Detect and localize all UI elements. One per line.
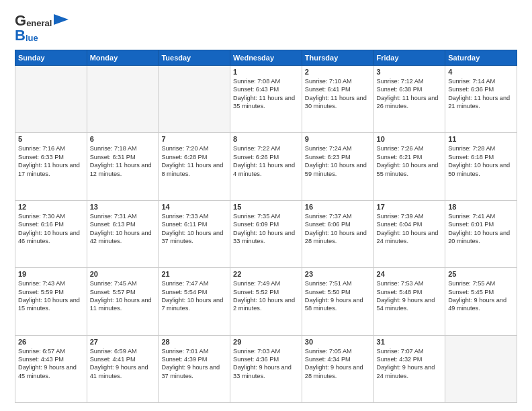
sunrise-label: Sunrise: 7:45 AM [90, 279, 156, 287]
sunrise-label: Sunrise: 7:14 AM [448, 77, 514, 85]
calendar-cell-20: 20Sunrise: 7:45 AMSunset: 5:57 PMDayligh… [87, 268, 159, 335]
header: G eneral B lue [15, 12, 517, 44]
sunset-label: Sunset: 6:33 PM [18, 153, 84, 161]
sunset-label: Sunset: 6:04 PM [377, 220, 443, 228]
sunset-label: Sunset: 5:52 PM [233, 288, 299, 296]
sunset-label: Sunset: 6:38 PM [377, 85, 443, 93]
daylight-label: Daylight: 10 hours and 46 minutes. [18, 229, 84, 246]
calendar-cell-26: 26Sunrise: 6:57 AMSunset: 4:43 PMDayligh… [15, 335, 87, 402]
calendar-cell-empty [15, 66, 87, 133]
day-number: 16 [305, 203, 371, 211]
day-header-sunday: Sunday [15, 50, 87, 66]
daylight-label: Daylight: 9 hours and 37 minutes. [161, 363, 227, 380]
calendar-cell-10: 10Sunrise: 7:26 AMSunset: 6:21 PMDayligh… [373, 133, 445, 200]
daylight-label: Daylight: 10 hours and 2 minutes. [233, 296, 299, 313]
sunset-label: Sunset: 4:43 PM [18, 355, 84, 363]
day-number: 3 [377, 68, 443, 76]
calendar-week-3: 12Sunrise: 7:30 AMSunset: 6:16 PMDayligh… [15, 200, 517, 267]
calendar-cell-29: 29Sunrise: 7:03 AMSunset: 4:36 PMDayligh… [230, 335, 302, 402]
sunrise-label: Sunrise: 7:41 AM [448, 212, 514, 220]
calendar-cell-5: 5Sunrise: 7:16 AMSunset: 6:33 PMDaylight… [15, 133, 87, 200]
calendar-cell-11: 11Sunrise: 7:28 AMSunset: 6:18 PMDayligh… [445, 133, 517, 200]
calendar-header-row: SundayMondayTuesdayWednesdayThursdayFrid… [15, 50, 517, 66]
sunrise-label: Sunrise: 7:16 AM [18, 144, 84, 152]
sunset-label: Sunset: 6:21 PM [377, 153, 443, 161]
calendar-cell-6: 6Sunrise: 7:18 AMSunset: 6:31 PMDaylight… [87, 133, 159, 200]
calendar-cell-14: 14Sunrise: 7:33 AMSunset: 6:11 PMDayligh… [159, 200, 230, 267]
logo: G eneral B lue [15, 12, 69, 44]
day-number: 2 [305, 68, 371, 76]
calendar-cell-24: 24Sunrise: 7:53 AMSunset: 5:48 PMDayligh… [373, 268, 445, 335]
daylight-label: Daylight: 11 hours and 35 minutes. [233, 94, 299, 111]
calendar-cell-25: 25Sunrise: 7:55 AMSunset: 5:45 PMDayligh… [445, 268, 517, 335]
daylight-label: Daylight: 10 hours and 50 minutes. [448, 161, 514, 178]
day-number: 11 [448, 135, 514, 143]
calendar-cell-28: 28Sunrise: 7:01 AMSunset: 4:39 PMDayligh… [159, 335, 230, 402]
daylight-label: Daylight: 9 hours and 45 minutes. [18, 363, 84, 380]
sunrise-label: Sunrise: 7:05 AM [305, 347, 371, 355]
sunrise-label: Sunrise: 7:35 AM [233, 212, 299, 220]
day-number: 24 [377, 270, 443, 278]
daylight-label: Daylight: 11 hours and 4 minutes. [233, 161, 299, 178]
day-number: 17 [377, 203, 443, 211]
daylight-label: Daylight: 10 hours and 20 minutes. [448, 229, 514, 246]
sunrise-label: Sunrise: 6:57 AM [18, 347, 84, 355]
calendar-cell-12: 12Sunrise: 7:30 AMSunset: 6:16 PMDayligh… [15, 200, 87, 267]
day-number: 8 [233, 135, 299, 143]
day-number: 5 [18, 135, 84, 143]
day-header-saturday: Saturday [445, 50, 517, 66]
sunrise-label: Sunrise: 7:49 AM [233, 279, 299, 287]
day-number: 13 [90, 203, 156, 211]
day-header-monday: Monday [87, 50, 159, 66]
day-number: 22 [233, 270, 299, 278]
day-number: 21 [161, 270, 227, 278]
daylight-label: Daylight: 10 hours and 15 minutes. [18, 296, 84, 313]
calendar-cell-9: 9Sunrise: 7:24 AMSunset: 6:23 PMDaylight… [302, 133, 373, 200]
sunrise-label: Sunrise: 7:22 AM [233, 144, 299, 152]
sunrise-label: Sunrise: 7:30 AM [18, 212, 84, 220]
calendar-cell-18: 18Sunrise: 7:41 AMSunset: 6:01 PMDayligh… [445, 200, 517, 267]
sunset-label: Sunset: 6:06 PM [305, 220, 371, 228]
daylight-label: Daylight: 11 hours and 17 minutes. [18, 161, 84, 178]
sunset-label: Sunset: 5:54 PM [161, 288, 227, 296]
calendar-cell-30: 30Sunrise: 7:05 AMSunset: 4:34 PMDayligh… [302, 335, 373, 402]
day-number: 4 [448, 68, 514, 76]
sunset-label: Sunset: 5:57 PM [90, 288, 156, 296]
daylight-label: Daylight: 10 hours and 37 minutes. [161, 229, 227, 246]
page: G eneral B lue SundayMondayTuesdayWe [0, 0, 532, 411]
daylight-label: Daylight: 10 hours and 33 minutes. [233, 229, 299, 246]
sunset-label: Sunset: 5:50 PM [305, 288, 371, 296]
sunset-label: Sunset: 6:23 PM [305, 153, 371, 161]
day-number: 30 [305, 338, 371, 346]
calendar-cell-1: 1Sunrise: 7:08 AMSunset: 6:43 PMDaylight… [230, 66, 302, 133]
daylight-label: Daylight: 10 hours and 7 minutes. [161, 296, 227, 313]
day-header-wednesday: Wednesday [230, 50, 302, 66]
sunrise-label: Sunrise: 7:43 AM [18, 279, 84, 287]
daylight-label: Daylight: 10 hours and 55 minutes. [377, 161, 443, 178]
sunrise-label: Sunrise: 7:01 AM [161, 347, 227, 355]
daylight-label: Daylight: 9 hours and 24 minutes. [377, 363, 443, 380]
calendar-cell-4: 4Sunrise: 7:14 AMSunset: 6:36 PMDaylight… [445, 66, 517, 133]
day-number: 9 [305, 135, 371, 143]
daylight-label: Daylight: 11 hours and 21 minutes. [448, 94, 514, 111]
day-number: 7 [161, 135, 227, 143]
day-number: 26 [18, 338, 84, 346]
sunrise-label: Sunrise: 7:33 AM [161, 212, 227, 220]
day-number: 1 [233, 68, 299, 76]
calendar-week-2: 5Sunrise: 7:16 AMSunset: 6:33 PMDaylight… [15, 133, 517, 200]
sunset-label: Sunset: 6:36 PM [448, 85, 514, 93]
sunset-label: Sunset: 6:13 PM [90, 220, 156, 228]
day-number: 10 [377, 135, 443, 143]
calendar-cell-16: 16Sunrise: 7:37 AMSunset: 6:06 PMDayligh… [302, 200, 373, 267]
day-header-tuesday: Tuesday [159, 50, 230, 66]
calendar-week-1: 1Sunrise: 7:08 AMSunset: 6:43 PMDaylight… [15, 66, 517, 133]
day-number: 31 [377, 338, 443, 346]
calendar-week-4: 19Sunrise: 7:43 AMSunset: 5:59 PMDayligh… [15, 268, 517, 335]
daylight-label: Daylight: 10 hours and 11 minutes. [90, 296, 156, 313]
day-header-thursday: Thursday [302, 50, 373, 66]
sunset-label: Sunset: 6:41 PM [305, 85, 371, 93]
day-header-friday: Friday [373, 50, 445, 66]
calendar-cell-27: 27Sunrise: 6:59 AMSunset: 4:41 PMDayligh… [87, 335, 159, 402]
daylight-label: Daylight: 9 hours and 33 minutes. [233, 363, 299, 380]
sunrise-label: Sunrise: 7:07 AM [377, 347, 443, 355]
